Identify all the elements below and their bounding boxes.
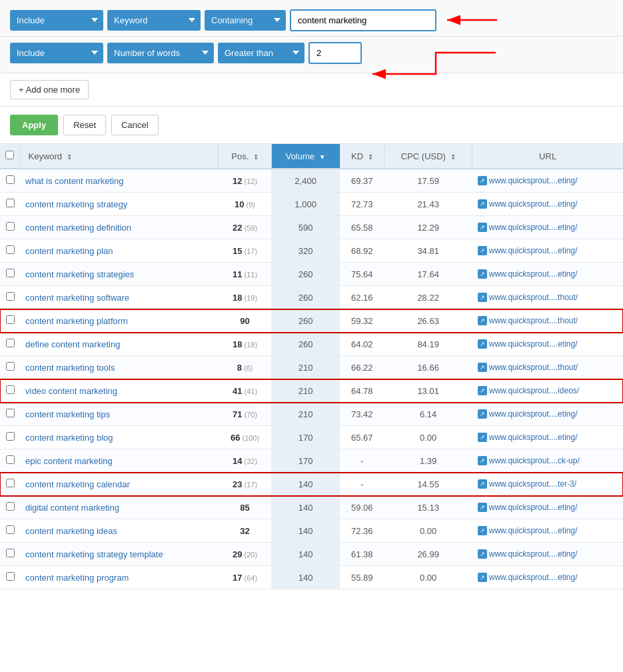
url-external-icon[interactable]: ↗ bbox=[478, 339, 487, 349]
keyword-link[interactable]: content marketing calendar bbox=[25, 479, 130, 489]
cpc-cell: 0.00 bbox=[384, 426, 472, 449]
url-link[interactable]: www.quicksprout....eting/ bbox=[489, 246, 578, 255]
keyword-link[interactable]: content marketing plan bbox=[25, 246, 113, 256]
url-link[interactable]: www.quicksprout....eting/ bbox=[489, 549, 578, 559]
url-link[interactable]: www.quicksprout....thout/ bbox=[489, 293, 578, 302]
header-volume[interactable]: Volume ▼ bbox=[271, 144, 340, 169]
keyword-link[interactable]: content marketing strategy template bbox=[25, 549, 163, 559]
cpc-cell: 34.81 bbox=[384, 239, 472, 263]
filter2-type-select[interactable]: Include Exclude bbox=[10, 43, 103, 63]
apply-button[interactable]: Apply bbox=[10, 115, 58, 135]
row-checkbox[interactable] bbox=[6, 222, 15, 231]
url-external-icon[interactable]: ↗ bbox=[478, 199, 487, 209]
url-link[interactable]: www.quicksprout....eting/ bbox=[489, 433, 578, 442]
filter2-value-input[interactable]: 2 bbox=[309, 42, 362, 64]
url-external-icon[interactable]: ↗ bbox=[478, 526, 487, 535]
row-checkbox[interactable] bbox=[6, 549, 15, 557]
row-checkbox[interactable] bbox=[6, 385, 15, 394]
pos-sub-value: (41) bbox=[242, 387, 257, 395]
url-link[interactable]: www.quicksprout....thout/ bbox=[489, 316, 578, 325]
row-checkbox[interactable] bbox=[6, 245, 15, 254]
keyword-link[interactable]: content marketing ideas bbox=[25, 526, 117, 536]
filter2-field-select[interactable]: Number of words Keyword Volume bbox=[107, 43, 214, 63]
url-external-icon[interactable]: ↗ bbox=[478, 223, 487, 232]
url-external-icon[interactable]: ↗ bbox=[478, 293, 487, 302]
keyword-link[interactable]: content marketing strategies bbox=[25, 269, 134, 279]
url-external-icon[interactable]: ↗ bbox=[478, 269, 487, 279]
row-checkbox[interactable] bbox=[6, 315, 15, 324]
url-external-icon[interactable]: ↗ bbox=[478, 409, 487, 419]
url-link[interactable]: www.quicksprout....thout/ bbox=[489, 363, 578, 372]
url-link[interactable]: www.quicksprout....eting/ bbox=[489, 269, 578, 279]
keyword-cell: video content marketing bbox=[20, 379, 219, 403]
keyword-link[interactable]: content marketing strategy bbox=[25, 199, 127, 209]
filter2-condition-select[interactable]: Greater than Less than Equal to bbox=[218, 43, 305, 63]
url-external-icon[interactable]: ↗ bbox=[478, 456, 487, 465]
add-more-button[interactable]: + Add one more bbox=[10, 80, 89, 99]
url-external-icon[interactable]: ↗ bbox=[478, 479, 487, 489]
url-external-icon[interactable]: ↗ bbox=[478, 176, 487, 185]
reset-button[interactable]: Reset bbox=[63, 115, 106, 135]
url-link[interactable]: www.quicksprout....eting/ bbox=[489, 199, 578, 209]
row-checkbox[interactable] bbox=[6, 339, 15, 347]
row-checkbox[interactable] bbox=[6, 175, 15, 184]
url-link[interactable]: www.quicksprout....eting/ bbox=[489, 503, 578, 512]
filter1-value-input[interactable]: content marketing bbox=[290, 9, 436, 31]
url-link[interactable]: www.quicksprout....eting/ bbox=[489, 573, 578, 582]
cpc-cell: 0.00 bbox=[384, 566, 472, 589]
url-external-icon[interactable]: ↗ bbox=[478, 316, 487, 325]
header-pos[interactable]: Pos. ⇕ bbox=[219, 144, 271, 169]
volume-cell: 140 bbox=[271, 473, 340, 496]
url-external-icon[interactable]: ↗ bbox=[478, 573, 487, 582]
row-checkbox[interactable] bbox=[6, 292, 15, 301]
table-row: epic content marketing14 (32)170-1.39↗ww… bbox=[0, 449, 623, 473]
keyword-link[interactable]: content marketing tips bbox=[25, 409, 110, 419]
url-external-icon[interactable]: ↗ bbox=[478, 433, 487, 442]
keyword-link[interactable]: define content marketing bbox=[25, 339, 120, 349]
keyword-link[interactable]: content marketing platform bbox=[25, 316, 128, 326]
url-external-icon[interactable]: ↗ bbox=[478, 503, 487, 512]
keyword-link[interactable]: content marketing tools bbox=[25, 363, 115, 373]
keyword-link[interactable]: epic content marketing bbox=[25, 456, 113, 466]
row-checkbox[interactable] bbox=[6, 269, 15, 277]
keyword-link[interactable]: content marketing definition bbox=[25, 223, 131, 233]
row-checkbox[interactable] bbox=[6, 572, 15, 581]
url-external-icon[interactable]: ↗ bbox=[478, 549, 487, 559]
header-kd[interactable]: KD ⇕ bbox=[340, 144, 384, 169]
keyword-link[interactable]: digital content marketing bbox=[25, 503, 119, 513]
row-checkbox[interactable] bbox=[6, 479, 15, 487]
row-checkbox[interactable] bbox=[6, 362, 15, 371]
filter1-type-select[interactable]: Include Exclude bbox=[10, 10, 103, 31]
row-checkbox[interactable] bbox=[6, 455, 15, 464]
url-link[interactable]: www.quicksprout....ideos/ bbox=[489, 386, 579, 395]
keyword-link[interactable]: what is content marketing bbox=[25, 176, 123, 186]
row-checkbox[interactable] bbox=[6, 409, 15, 417]
keyword-link[interactable]: video content marketing bbox=[25, 386, 117, 396]
row-checkbox-cell bbox=[0, 356, 20, 379]
url-external-icon[interactable]: ↗ bbox=[478, 246, 487, 255]
url-link[interactable]: www.quicksprout....eting/ bbox=[489, 176, 578, 185]
header-keyword[interactable]: Keyword ⇕ bbox=[20, 144, 219, 169]
url-link[interactable]: www.quicksprout....ck-up/ bbox=[489, 456, 580, 465]
url-link[interactable]: www.quicksprout....eting/ bbox=[489, 409, 578, 419]
row-checkbox[interactable] bbox=[6, 502, 15, 511]
table-row: content marketing blog66 (100)17065.670.… bbox=[0, 426, 623, 449]
keyword-link[interactable]: content marketing blog bbox=[25, 433, 113, 443]
filter1-condition-select[interactable]: Containing Not containing Matching bbox=[205, 10, 286, 31]
url-link[interactable]: www.quicksprout....eting/ bbox=[489, 526, 578, 535]
url-external-icon[interactable]: ↗ bbox=[478, 363, 487, 372]
select-all-checkbox[interactable] bbox=[5, 151, 14, 159]
row-checkbox[interactable] bbox=[6, 199, 15, 207]
keyword-link[interactable]: content marketing program bbox=[25, 573, 129, 583]
header-cpc[interactable]: CPC (USD) ⇕ bbox=[384, 144, 472, 169]
filter1-field-select[interactable]: Keyword URL Title bbox=[107, 10, 201, 31]
url-link[interactable]: www.quicksprout....eting/ bbox=[489, 339, 578, 349]
url-link[interactable]: www.quicksprout....eting/ bbox=[489, 223, 578, 232]
url-link[interactable]: www.quicksprout....ter-3/ bbox=[489, 479, 576, 489]
kd-cell: 68.92 bbox=[340, 239, 384, 263]
row-checkbox[interactable] bbox=[6, 432, 15, 441]
cancel-button[interactable]: Cancel bbox=[111, 115, 158, 135]
url-external-icon[interactable]: ↗ bbox=[478, 386, 487, 395]
keyword-link[interactable]: content marketing software bbox=[25, 293, 129, 303]
row-checkbox[interactable] bbox=[6, 525, 15, 534]
